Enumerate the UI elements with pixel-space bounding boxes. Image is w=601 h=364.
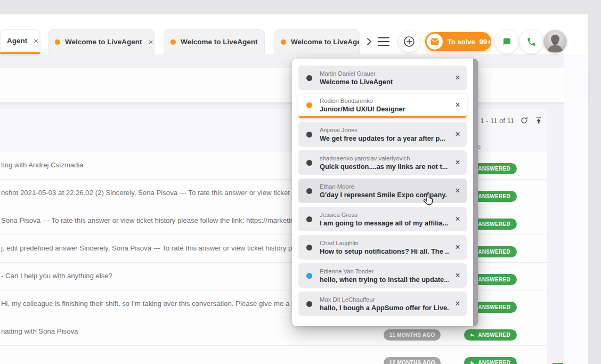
ticket-tab[interactable]: Welcome to LiveAgent × bbox=[48, 29, 155, 54]
open-ticket-texts: Chad Laughlin How to setup notifications… bbox=[320, 239, 449, 256]
open-ticket-item[interactable]: Ethan Moore G'day I represent Smile Expo… bbox=[298, 179, 467, 203]
requester-name: Rodion Bondarenko bbox=[320, 97, 449, 105]
status-label: ANSWERED bbox=[478, 277, 510, 282]
open-ticket-item[interactable]: Chad Laughlin How to setup notifications… bbox=[298, 235, 467, 260]
avatar[interactable] bbox=[543, 30, 567, 53]
open-ticket-item[interactable]: Martin Daniel Grauer Welcome to LiveAgen… bbox=[298, 66, 467, 90]
close-ticket-icon[interactable]: × bbox=[449, 101, 467, 109]
status-badge: ANSWERED bbox=[464, 357, 517, 364]
ticket-message-text: nshot 2021-05-03 at 22.26.02 (2) Sincere… bbox=[1, 189, 300, 197]
ticket-subject: I am going to message all of my affilia.… bbox=[320, 219, 449, 228]
ticket-message-text: - Can I help you with anything else? bbox=[1, 272, 112, 280]
close-ticket-icon[interactable]: × bbox=[449, 74, 467, 82]
open-ticket-texts: Ettienne Van Tonder hello, when trying t… bbox=[320, 268, 449, 284]
close-ticket-icon[interactable]: × bbox=[449, 187, 467, 195]
status-label: ANSWERED bbox=[478, 221, 510, 227]
close-ticket-icon[interactable]: × bbox=[449, 243, 467, 252]
desktop-right-strip bbox=[588, 0, 601, 364]
ticket-subject: How to setup notifications? Hi all. The … bbox=[320, 247, 449, 256]
open-ticket-item[interactable]: Max Dit LeChauffeur hallo, I bough a App… bbox=[298, 292, 467, 316]
table-row[interactable]: 12 MONTHS AGO ANSWERED bbox=[0, 346, 547, 364]
ticket-status-dot-icon bbox=[281, 39, 286, 45]
reply-arrow-icon bbox=[469, 360, 475, 364]
refresh-icon[interactable] bbox=[520, 116, 529, 125]
open-ticket-item[interactable]: Rodion Bondarenko Junior/Mid UX/UI Desig… bbox=[298, 94, 467, 118]
requester-name: Jessica Gross bbox=[320, 211, 449, 219]
open-ticket-texts: shamraenko yaroslav valeriyovich Quick q… bbox=[320, 155, 449, 171]
reply-arrow-icon bbox=[469, 332, 475, 338]
ticket-subject: Junior/Mid UX/UI Designer bbox=[320, 105, 449, 114]
open-tickets-dropdown: Martin Daniel Grauer Welcome to LiveAgen… bbox=[292, 59, 478, 326]
ticket-channel-dot-icon bbox=[306, 301, 312, 307]
ticket-channel-dot-icon bbox=[306, 216, 312, 222]
status-label: ANSWERED bbox=[478, 360, 510, 364]
close-ticket-icon[interactable]: × bbox=[449, 158, 467, 167]
ticket-message-text: natting with Sona Pisova bbox=[1, 327, 78, 335]
open-ticket-texts: Max Dit LeChauffeur hallo, I bough a App… bbox=[320, 296, 449, 312]
ticket-message-text: j, edit predefined answer Sincerely, Son… bbox=[1, 244, 302, 252]
badge-group: 11 MONTHS AGO ANSWERED bbox=[384, 329, 517, 341]
ticket-channel-dot-icon bbox=[306, 132, 312, 137]
phone-icon bbox=[526, 37, 537, 47]
tab-label: Welcome to LiveAgent bbox=[181, 38, 258, 46]
tab-label: Welcome to LiveAgent bbox=[291, 38, 360, 46]
status-label: ANSWERED bbox=[478, 304, 510, 310]
open-ticket-texts: Ethan Moore G'day I represent Smile Expo… bbox=[320, 183, 449, 199]
to-solve-count: 99+ bbox=[480, 38, 491, 46]
open-ticket-item[interactable]: Anjanai Jones We get free updates for a … bbox=[298, 122, 467, 147]
requester-name: Anjanai Jones bbox=[320, 126, 449, 134]
tab-close-icon[interactable]: × bbox=[34, 37, 38, 45]
ticket-channel-dot-icon bbox=[306, 102, 312, 108]
close-ticket-icon[interactable]: × bbox=[449, 271, 467, 280]
ticket-subject: Quick question....as my links are not t.… bbox=[320, 163, 449, 171]
add-ticket-button[interactable] bbox=[399, 31, 420, 52]
close-ticket-icon[interactable]: × bbox=[449, 215, 467, 223]
avatar-photo bbox=[543, 30, 567, 53]
ticket-status-dot-icon bbox=[170, 39, 176, 45]
open-ticket-texts: Anjanai Jones We get free updates for a … bbox=[320, 126, 449, 143]
tab-close-icon[interactable]: × bbox=[264, 38, 265, 46]
close-ticket-icon[interactable]: × bbox=[449, 130, 467, 139]
open-ticket-item[interactable]: Jessica Gross I am going to message all … bbox=[298, 207, 467, 231]
plus-circle-icon bbox=[403, 36, 415, 47]
tab-close-icon[interactable]: × bbox=[149, 38, 153, 46]
requester-name: Chad Laughlin bbox=[320, 239, 449, 247]
time-badge: 12 MONTHS AGO bbox=[384, 357, 441, 364]
ticket-tab[interactable]: Welcome to LiveAgent × bbox=[164, 29, 265, 54]
status-label: ANSWERED bbox=[478, 166, 510, 172]
ticket-message-text: Hi, my colleague is finishing their shif… bbox=[1, 300, 297, 308]
open-ticket-item[interactable]: Ettienne Van Tonder hello, when trying t… bbox=[298, 263, 467, 288]
ticket-tab[interactable]: Welcome to LiveAgent × bbox=[274, 29, 360, 54]
ticket-channel-dot-icon bbox=[306, 273, 312, 279]
status-label: ANSWERED bbox=[478, 332, 510, 338]
menu-icon[interactable] bbox=[377, 36, 390, 47]
tab-label: Agent bbox=[7, 37, 27, 45]
scroll-to-top-icon[interactable] bbox=[534, 116, 543, 125]
to-solve-button[interactable]: To solve 99+ bbox=[425, 32, 491, 51]
status-label: ANSWERED bbox=[478, 249, 510, 255]
open-ticket-item[interactable]: shamraenko yaroslav valeriyovich Quick q… bbox=[298, 150, 467, 175]
requester-name: Ettienne Van Tonder bbox=[320, 268, 449, 276]
to-solve-label: To solve bbox=[448, 38, 475, 46]
tab-label: Welcome to LiveAgent bbox=[65, 38, 142, 46]
ticket-channel-dot-icon bbox=[306, 245, 312, 250]
ticket-message-text: ting with Andrej Csizmadia bbox=[1, 161, 84, 169]
chats-button[interactable] bbox=[495, 30, 518, 53]
dropdown-scrollbar[interactable] bbox=[473, 59, 478, 326]
open-ticket-list: Martin Daniel Grauer Welcome to LiveAgen… bbox=[298, 66, 467, 316]
desktop-top-strip bbox=[0, 0, 601, 14]
badge-group: 12 MONTHS AGO ANSWERED bbox=[384, 357, 517, 364]
calls-button[interactable] bbox=[519, 30, 543, 53]
ticket-tab[interactable]: Agent × bbox=[0, 29, 40, 54]
status-label: ANSWERED bbox=[478, 193, 510, 199]
ticket-status-dot-icon bbox=[55, 39, 60, 45]
requester-name: Martin Daniel Grauer bbox=[320, 70, 449, 78]
time-badge: 11 MONTHS AGO bbox=[384, 329, 441, 341]
envelope-icon bbox=[431, 38, 439, 45]
requester-name: shamraenko yaroslav valeriyovich bbox=[320, 155, 449, 163]
tabs-overflow-chevron-icon[interactable] bbox=[364, 37, 374, 46]
close-ticket-icon[interactable]: × bbox=[449, 300, 467, 308]
chat-bubble-icon bbox=[502, 37, 511, 46]
ticket-channel-dot-icon bbox=[306, 75, 312, 81]
requester-name: Max Dit LeChauffeur bbox=[320, 296, 449, 304]
